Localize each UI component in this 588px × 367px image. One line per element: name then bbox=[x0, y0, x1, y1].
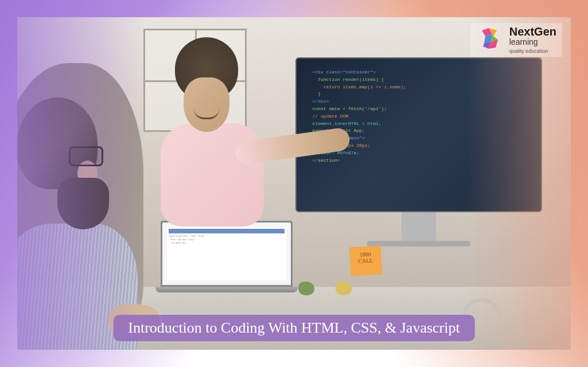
course-title: Introduction to Coding With HTML, CSS, &… bbox=[128, 319, 460, 336]
brain-logo-icon bbox=[476, 26, 504, 53]
crumpled-paper-green bbox=[298, 282, 314, 295]
glasses-icon bbox=[69, 146, 103, 166]
brand-logo: NextGen learning quality education bbox=[470, 23, 562, 57]
brand-tagline: quality education bbox=[509, 48, 556, 54]
photo-scene: <div class="container"> function render(… bbox=[17, 17, 571, 350]
course-title-banner: Introduction to Coding With HTML, CSS, &… bbox=[113, 315, 474, 341]
desktop-monitor: <div class="container"> function render(… bbox=[295, 57, 542, 258]
crumpled-paper-yellow bbox=[336, 282, 352, 295]
promo-card: <div class="container"> function render(… bbox=[0, 0, 588, 367]
sticky-note: 1800 CALL bbox=[349, 246, 383, 276]
sticky-note-text: 1800 CALL bbox=[358, 251, 373, 264]
person-man bbox=[17, 63, 143, 338]
brand-name-2: learning bbox=[509, 37, 556, 47]
brand-name-1: NextGen bbox=[509, 26, 556, 37]
person-woman bbox=[149, 43, 275, 238]
